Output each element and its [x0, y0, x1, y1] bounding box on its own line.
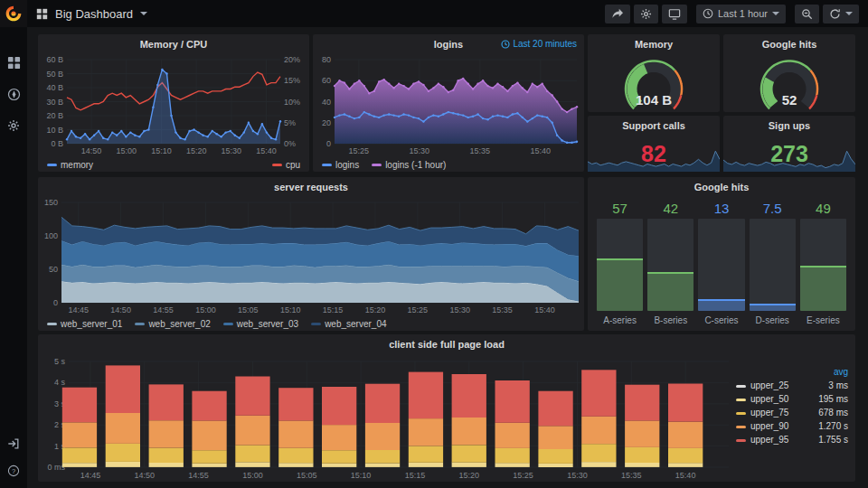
- svg-text:0 B: 0 B: [51, 139, 63, 148]
- help-icon[interactable]: ?: [7, 465, 20, 477]
- grafana-logo[interactable]: [0, 0, 27, 27]
- bar-value: 57: [597, 199, 643, 219]
- clock-icon: [703, 8, 713, 19]
- svg-text:15:25: 15:25: [513, 471, 533, 480]
- svg-text:15:40: 15:40: [531, 146, 552, 155]
- panel-title[interactable]: Memory: [635, 39, 673, 50]
- panel-memory-cpu: Memory / CPU 14:5015:0015:1015:2015:3015…: [38, 34, 309, 172]
- svg-text:15:10: 15:10: [351, 471, 372, 480]
- gauge-value: 104 B: [588, 92, 720, 108]
- share-button[interactable]: [605, 5, 630, 23]
- panel-title[interactable]: client side full page load: [389, 339, 505, 350]
- tv-icon: [668, 8, 681, 20]
- google-hits-bargauge[interactable]: 57A-series42B-series13C-series7.5D-serie…: [588, 197, 855, 331]
- settings-gear-icon[interactable]: [7, 119, 20, 132]
- svg-text:15:00: 15:00: [117, 146, 137, 155]
- legend-item[interactable]: upper_253 ms: [734, 379, 850, 392]
- svg-text:14:50: 14:50: [135, 471, 156, 480]
- legend-item[interactable]: logins: [322, 160, 359, 170]
- svg-text:15:40: 15:40: [534, 305, 555, 314]
- svg-text:150: 150: [44, 198, 58, 207]
- magnifier-icon: [801, 8, 813, 20]
- bar-value: 49: [800, 199, 846, 219]
- legend-item[interactable]: web_server_03: [223, 319, 298, 329]
- panel-title[interactable]: Google hits: [694, 182, 750, 192]
- bar-track: [800, 219, 846, 311]
- legend-item[interactable]: web_server_04: [311, 319, 386, 329]
- top-navbar: Big Dashboard Last 1 hour: [27, 0, 868, 27]
- legend-item[interactable]: upper_901.270 s: [734, 419, 850, 433]
- explore-compass-icon[interactable]: [7, 88, 21, 101]
- time-range-label: Last 1 hour: [718, 8, 768, 19]
- svg-text:80: 80: [322, 55, 331, 64]
- legend: loginslogins (-1 hour): [313, 157, 584, 172]
- bar-gauge-column[interactable]: 49E-series: [800, 199, 846, 327]
- refresh-icon: [829, 8, 841, 20]
- stat-value: 82: [588, 136, 720, 172]
- refresh-button[interactable]: [823, 5, 859, 23]
- svg-text:15:20: 15:20: [365, 305, 386, 314]
- legend-item[interactable]: upper_75678 ms: [734, 406, 850, 419]
- sign-in-icon[interactable]: [7, 437, 20, 450]
- bar-gauge-column[interactable]: 42B-series: [647, 199, 693, 327]
- svg-text:15:40: 15:40: [675, 471, 696, 480]
- legend-item[interactable]: cpu: [272, 160, 300, 170]
- svg-text:15%: 15%: [284, 76, 300, 85]
- refresh-caret-icon[interactable]: [845, 12, 853, 15]
- panel-title[interactable]: Google hits: [762, 39, 817, 50]
- svg-text:30 B: 30 B: [46, 98, 63, 107]
- sidebar: ?: [0, 0, 27, 488]
- panel-title[interactable]: logins: [434, 39, 463, 50]
- svg-text:10 B: 10 B: [46, 126, 63, 135]
- svg-text:5%: 5%: [284, 118, 296, 127]
- bar-value: 7.5: [750, 199, 796, 219]
- panel-title[interactable]: Memory / CPU: [140, 39, 208, 50]
- legend: memorycpu: [38, 157, 309, 172]
- cycle-view-button[interactable]: [662, 5, 687, 23]
- zoom-out-button[interactable]: [795, 5, 819, 23]
- legend-item[interactable]: web_server_01: [47, 319, 122, 329]
- clock-icon: [501, 40, 510, 49]
- svg-text:15:30: 15:30: [449, 305, 470, 314]
- svg-text:15:35: 15:35: [492, 305, 513, 314]
- panel-title[interactable]: Sign ups: [769, 120, 810, 131]
- share-icon: [611, 8, 624, 19]
- legend-item[interactable]: web_server_02: [135, 319, 210, 329]
- bar-gauge-column[interactable]: 13C-series: [698, 199, 744, 327]
- time-override-note: Last 20 minutes: [501, 39, 577, 49]
- time-picker-button[interactable]: Last 1 hour: [696, 5, 786, 23]
- svg-text:15:00: 15:00: [195, 305, 216, 314]
- dashboard-caret-icon[interactable]: [140, 12, 147, 15]
- svg-text:100: 100: [44, 231, 58, 240]
- panel-support-calls: Support calls 82: [588, 116, 720, 172]
- dashboards-grid-icon[interactable]: [7, 56, 21, 70]
- svg-text:20: 20: [322, 118, 331, 127]
- bar-gauge-column[interactable]: 7.5D-series: [750, 199, 796, 327]
- svg-text:15:25: 15:25: [408, 305, 429, 314]
- svg-text:20 B: 20 B: [46, 111, 63, 120]
- bar-value: 42: [647, 199, 693, 219]
- legend-item[interactable]: upper_50195 ms: [734, 392, 850, 406]
- svg-text:40: 40: [322, 98, 331, 107]
- memory-cpu-chart[interactable]: 14:5015:0015:1015:2015:3015:400 B10 B20 …: [38, 54, 309, 157]
- legend-item[interactable]: memory: [47, 160, 93, 170]
- dashboard-title[interactable]: Big Dashboard: [55, 7, 133, 21]
- logins-chart[interactable]: 15:2515:3015:3515:40020406080: [313, 54, 584, 157]
- legend-item[interactable]: logins (-1 hour): [372, 160, 446, 170]
- panel-title[interactable]: server requests: [274, 182, 348, 192]
- bar-gauge-column[interactable]: 57A-series: [597, 199, 643, 327]
- bar-label: C-series: [698, 311, 744, 327]
- server-requests-chart[interactable]: 14:4514:5014:5515:0015:0515:1015:1515:20…: [38, 197, 584, 316]
- settings-button[interactable]: [634, 5, 658, 23]
- svg-text:15:15: 15:15: [323, 305, 344, 314]
- svg-text:15:25: 15:25: [349, 146, 370, 155]
- legend: web_server_01web_server_02web_server_03w…: [38, 316, 584, 331]
- svg-text:15:30: 15:30: [222, 146, 242, 155]
- client-load-chart[interactable]: 14:4514:5014:5515:0015:0515:1015:1515:20…: [38, 354, 855, 482]
- svg-text:15:05: 15:05: [238, 305, 259, 314]
- svg-text:14:50: 14:50: [110, 305, 131, 314]
- legend-item[interactable]: upper_951.755 s: [734, 433, 850, 446]
- svg-text:20%: 20%: [284, 55, 300, 64]
- bar-label: D-series: [750, 311, 796, 327]
- panel-title[interactable]: Support calls: [622, 120, 685, 131]
